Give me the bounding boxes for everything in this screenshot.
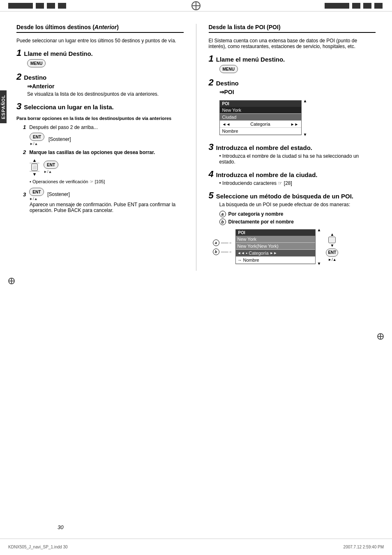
left-section-title: Desde los últimos destinos (Anterior) bbox=[16, 24, 184, 33]
step5-body: La búsqueda de un POI se puede efectuar … bbox=[219, 202, 376, 207]
method-labels: a Por categoría y nombre b Directamente … bbox=[219, 211, 376, 225]
bar-block-7 bbox=[363, 3, 371, 9]
bar-block-6 bbox=[352, 3, 360, 9]
sub3-num: 3 bbox=[23, 191, 26, 198]
method-a-text: Por categoría y nombre bbox=[228, 211, 284, 217]
right-step5-title: Seleccione un método de búsqueda de un P… bbox=[216, 193, 353, 200]
step1-title: Llame el menú Destino. bbox=[24, 50, 93, 57]
poi-screen-1-container: POI New York Ciudad ◄◄ Categoría ►► Nomb… bbox=[219, 98, 376, 138]
right-step1-key: MENU bbox=[219, 65, 376, 73]
joystick2-icon: ▲ ▼ bbox=[328, 232, 336, 248]
joystick-icon: ▲ ⬜ ▼ bbox=[30, 158, 39, 177]
sub2-ent-arrow: ►/▲ bbox=[44, 170, 52, 174]
sub3-ent-arrow: ►/▲ bbox=[29, 197, 37, 201]
right-step2-number: 2 bbox=[209, 78, 214, 87]
right-section-title: Desde la lista de POI (POI) bbox=[209, 24, 376, 33]
poi2-header: POI bbox=[236, 230, 315, 236]
bar-block-4 bbox=[58, 3, 66, 9]
sub3-ent-combo: ENT ►/▲ bbox=[29, 188, 44, 201]
poi-screen-2: POI New York New York(New York) ◄◄ • Cat… bbox=[235, 229, 316, 264]
right-step4-title: Introduzca el nombre de la ciudad. bbox=[216, 171, 318, 178]
sub1-ent-arrow: ►/▲ bbox=[30, 142, 38, 146]
step1-number: 1 bbox=[16, 48, 21, 58]
sub-step-2: 2 Marque las casillas de las opciones qu… bbox=[23, 149, 184, 184]
poi-screen-2-wrapper: POI New York New York(New York) ◄◄ • Cat… bbox=[235, 228, 321, 266]
sub3-ent-key: ENT bbox=[29, 188, 44, 196]
sub2-ent-key: ENT bbox=[44, 161, 58, 169]
poi2-ent: ▲ ▼ ENT ►/▲ bbox=[326, 232, 338, 262]
right-step-2: 2 Destino ⇒POI POI New York Ciudad ◄◄ Ca… bbox=[209, 78, 376, 138]
page-top-bar bbox=[0, 0, 392, 12]
left-crosshair bbox=[8, 278, 15, 284]
bar-block-8 bbox=[374, 3, 383, 9]
sub1-ent-combo: ENT ►/▲ bbox=[30, 133, 44, 146]
step3-title: Selecciona un lugar en la lista. bbox=[24, 104, 113, 111]
step2-body: Se visualiza la lista de los destinos/pu… bbox=[27, 91, 184, 97]
sub1-ent-key: ENT bbox=[30, 133, 44, 141]
left-step-1: 1 Llame el menú Destino. MENU bbox=[16, 48, 184, 67]
ref-a: a ——→ bbox=[213, 240, 232, 246]
method-b-row: b Directamente por el nombre bbox=[219, 219, 376, 225]
column-divider bbox=[196, 24, 196, 271]
poi2-row-1: New York(New York) bbox=[236, 243, 315, 250]
method-b-text: Directamente por el nombre bbox=[228, 219, 294, 225]
method-a-row: a Por categoría y nombre bbox=[219, 211, 376, 217]
sub3-key-label: [Sostener] bbox=[47, 191, 70, 197]
bottom-date: 2007.7.12 2:59:40 PM bbox=[196, 545, 384, 549]
poi2-row-3: → Nombre bbox=[236, 257, 315, 264]
page-bottom-bar: KDNX505_J_navi_SP_1.indd 30 2007.7.12 2:… bbox=[0, 539, 392, 555]
poi-scroll: ▲ ▼ bbox=[303, 98, 307, 138]
right-step2-line1: Destino bbox=[216, 80, 239, 87]
bar-block-5 bbox=[325, 3, 349, 9]
crosshair-top-center bbox=[191, 1, 201, 10]
poi2-ent-key: ENT bbox=[326, 249, 338, 257]
step4-bullet: Introduciendo caracteres ☞ [28] bbox=[219, 180, 376, 186]
poi-row-0: New York bbox=[220, 107, 301, 114]
right-step-5: 5 Seleccione un método de búsqueda de un… bbox=[209, 191, 376, 266]
right-step-4: 4 Introduzca el nombre de la ciudad. Int… bbox=[209, 170, 376, 186]
bar-block-3 bbox=[47, 3, 55, 9]
poi-row-3: Nombre bbox=[220, 128, 301, 135]
step3-bullet: Introduzca el nombre de la ciudad si ha … bbox=[219, 153, 376, 165]
step2-line1: Destino bbox=[24, 74, 46, 81]
page-number: 30 bbox=[58, 524, 63, 530]
top-bar-left bbox=[8, 3, 191, 9]
right-crosshair bbox=[377, 333, 384, 340]
sub-step-1: 1 Después del paso 2 de arriba... ENT ►/… bbox=[23, 124, 184, 146]
left-step-2: 2 Destino ⇒Anterior Se visualiza la list… bbox=[16, 72, 184, 97]
method-b-label: b bbox=[219, 219, 226, 225]
sub2-diagram: ▲ ⬜ ▼ ENT ►/▲ bbox=[30, 158, 184, 177]
sub2-text: Marque las casillas de las opciones que … bbox=[29, 150, 155, 155]
sub-steps: 1 Después del paso 2 de arriba... ENT ►/… bbox=[23, 124, 184, 213]
right-step1-title: Llame el menú Destino. bbox=[216, 56, 285, 63]
step2-arrow-line: ⇒Anterior bbox=[27, 83, 184, 90]
sub2-num: 2 bbox=[23, 149, 26, 155]
sub-step-3: 3 ENT ►/▲ [Sostener] Aparece un mensaje … bbox=[23, 188, 184, 213]
right-step-1: 1 Llame el menú Destino. MENU bbox=[209, 54, 376, 73]
sub1-text: Después del paso 2 de arriba... bbox=[29, 124, 98, 130]
bottom-filename: KDNX505_J_navi_SP_1.indd 30 bbox=[8, 545, 196, 549]
right-step-3: 3 Introduzca el nombre del estado. Intro… bbox=[209, 143, 376, 165]
top-bar-right bbox=[201, 3, 384, 9]
step3-number: 3 bbox=[16, 102, 21, 111]
right-step3-title: Introduzca el nombre del estado. bbox=[216, 144, 312, 151]
right-step1-number: 1 bbox=[209, 54, 214, 63]
right-column: Desde la lista de POI (POI) El Sistema c… bbox=[209, 24, 376, 271]
right-step3-number: 3 bbox=[209, 143, 214, 152]
poi2-scroll: ▲ ▼ bbox=[317, 228, 321, 266]
poi-row-1: Ciudad bbox=[220, 114, 301, 121]
poi-header: POI bbox=[220, 101, 301, 107]
menu-key: MENU bbox=[27, 59, 46, 67]
left-column: Desde los últimos destinos (Anterior) Pu… bbox=[8, 24, 184, 271]
sub1-key-label: [Sostener] bbox=[48, 136, 71, 142]
poi-screen-1: POI New York Ciudad ◄◄ Categoría ►► Nomb… bbox=[219, 100, 302, 135]
poi-row-2: ◄◄ Categoría ►► bbox=[220, 121, 301, 128]
right-menu-key: MENU bbox=[219, 65, 238, 73]
poi2-row-2: ◄◄ • Categoría ►► bbox=[236, 250, 315, 257]
main-content: Desde los últimos destinos (Anterior) Pu… bbox=[0, 12, 392, 283]
ref-labels: a ——→ b ——→ bbox=[213, 235, 232, 259]
sub3-body: Aparece un mensaje de confirmación. Puls… bbox=[30, 202, 184, 213]
side-label-espanol: ESPAÑOL bbox=[0, 90, 7, 123]
right-step4-number: 4 bbox=[209, 170, 214, 179]
sub1-diagram: ENT ►/▲ [Sostener] bbox=[30, 133, 184, 146]
